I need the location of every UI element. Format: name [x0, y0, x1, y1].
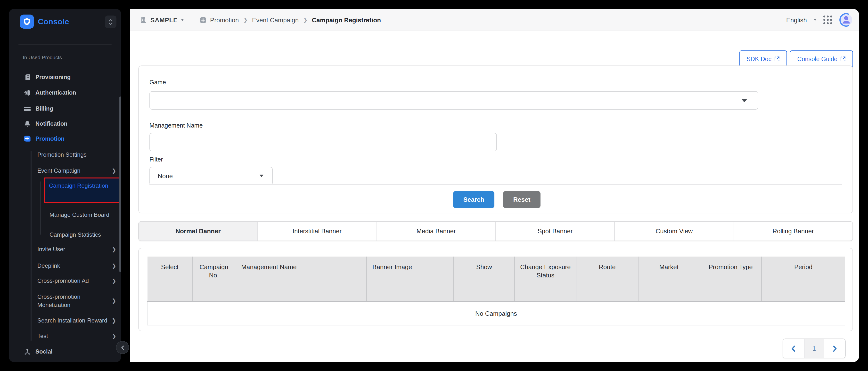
sidebar-item-label: Provisioning — [35, 74, 71, 80]
console-logo-icon — [20, 14, 34, 29]
apps-grid-icon[interactable] — [824, 15, 832, 24]
sidebar-item-authentication[interactable]: Authentication — [24, 87, 76, 98]
filter-select-value: None — [158, 172, 173, 180]
sidebar-item-label: Deeplink — [37, 262, 60, 269]
sidebar-item-label: Authentication — [35, 89, 76, 96]
sidebar-item-label: Manage Custom Board — [50, 210, 110, 220]
sidebar-item-customer-service[interactable]: Customer Service — [24, 361, 85, 362]
sidebar-item-social[interactable]: Social — [24, 346, 53, 358]
breadcrumb-event-campaign[interactable]: Event Campaign — [252, 16, 299, 24]
console-app: Console In Used Products Provisioning — [0, 0, 868, 371]
promotion-badge-icon — [199, 16, 207, 24]
external-link-icon — [774, 56, 780, 62]
chevron-right-icon: ❯ — [112, 168, 117, 174]
sidebar-scrollbar[interactable] — [119, 97, 121, 272]
breadcrumb-promotion[interactable]: Promotion — [210, 16, 239, 24]
management-name-label: Management Name — [149, 122, 203, 129]
sidebar-divider — [19, 44, 112, 45]
banner-tabs: Normal Banner Interstitial Banner Media … — [138, 221, 853, 241]
sidebar-item-manage-custom-board[interactable]: Manage Custom Board — [50, 206, 110, 224]
sidebar-item-search-installation-reward[interactable]: Search Installation-Reward — [37, 315, 117, 326]
tab-spot-banner[interactable]: Spot Banner — [496, 222, 615, 240]
reset-button[interactable]: Reset — [503, 191, 540, 208]
current-page[interactable]: 1 — [804, 339, 824, 358]
sidebar-item-promotion[interactable]: Promotion — [24, 133, 65, 144]
col-promotion-type: Promotion Type — [700, 257, 762, 301]
sidebar-item-label: Test — [37, 333, 48, 339]
sidebar-header: Console — [9, 9, 121, 36]
sidebar-section-label: In Used Products — [23, 54, 62, 60]
language-selector[interactable]: English — [786, 16, 807, 24]
management-name-input[interactable] — [149, 133, 497, 151]
sidebar-item-deeplink[interactable]: Deeplink — [37, 260, 117, 272]
col-select: Select — [147, 257, 193, 301]
chevron-right-icon: ❯ — [112, 278, 117, 284]
col-management-name: Management Name — [235, 257, 366, 301]
tab-interstitial-banner[interactable]: Interstitial Banner — [258, 222, 377, 240]
sidebar-item-cross-promotion-monetization[interactable]: Cross-promotion Monetization — [37, 292, 104, 310]
chevron-down-icon[interactable] — [181, 19, 184, 21]
tab-custom-view[interactable]: Custom View — [615, 222, 734, 240]
search-button[interactable]: Search — [453, 191, 494, 208]
col-show: Show — [454, 257, 515, 301]
sidebar-item-campaign-statistics[interactable]: Campaign Statistics — [50, 229, 110, 240]
sidebar-item-provisioning[interactable]: Provisioning — [24, 71, 71, 83]
sidebar-item-label: Event Campaign — [37, 167, 80, 174]
col-change-exposure-status: Change Exposure Status — [515, 257, 577, 301]
topbar-right: English — [786, 9, 854, 31]
building-icon — [140, 16, 147, 24]
sidebar-item-billing[interactable]: Billing — [24, 103, 53, 114]
sidebar-item-label: Campaign Registration — [49, 181, 110, 191]
breadcrumb-separator: ❯ — [242, 17, 248, 23]
org-selector[interactable]: SAMPLE — [150, 16, 178, 24]
chevron-right-icon: ❯ — [112, 246, 117, 253]
promotion-icon — [24, 135, 31, 142]
social-icon — [24, 348, 31, 355]
sidebar-item-label: Billing — [35, 105, 53, 112]
col-period: Period — [762, 257, 845, 301]
sidebar-item-invite-user[interactable]: Invite User — [37, 243, 117, 255]
pagination: 1 — [783, 338, 846, 359]
breadcrumb-campaign-registration: Campaign Registration — [312, 16, 381, 24]
sidebar-item-label: Campaign Statistics — [50, 231, 101, 238]
console-guide-button[interactable]: Console Guide — [790, 50, 853, 67]
game-label: Game — [149, 79, 166, 86]
chevron-down-icon[interactable] — [814, 19, 816, 21]
chevron-right-icon: ❯ — [112, 263, 117, 269]
sidebar-item-label: Promotion Settings — [37, 151, 87, 158]
table-empty-row: No Campaigns — [147, 301, 845, 325]
sdk-doc-button[interactable]: SDK Doc — [739, 50, 787, 67]
sidebar-item-notification[interactable]: Notification — [24, 118, 67, 130]
col-banner-image: Banner Image — [366, 257, 454, 301]
prev-page-button[interactable] — [783, 339, 804, 358]
sidebar-item-campaign-registration[interactable]: Campaign Registration — [44, 177, 121, 203]
chevron-right-icon: ❯ — [112, 318, 117, 324]
sidebar-item-label: Cross-promotion Ad — [37, 277, 89, 284]
sidebar-item-label: Search Installation-Reward — [37, 317, 107, 324]
sidebar: Console In Used Products Provisioning — [9, 9, 121, 362]
billing-icon — [24, 105, 31, 112]
sidebar-collapse-button[interactable] — [116, 341, 129, 354]
tab-normal-banner[interactable]: Normal Banner — [139, 222, 258, 240]
breadcrumb: SAMPLE Promotion ❯ Event Campaign ❯ Camp… — [140, 9, 381, 31]
sidebar-item-cross-promotion-ad[interactable]: Cross-promotion Ad — [37, 275, 117, 286]
form-divider — [149, 184, 842, 184]
tab-media-banner[interactable]: Media Banner — [377, 222, 496, 240]
tab-rolling-banner[interactable]: Rolling Banner — [734, 222, 852, 240]
col-market: Market — [638, 257, 700, 301]
nav-indent-guide — [31, 151, 32, 341]
game-select[interactable] — [149, 91, 758, 110]
avatar[interactable] — [839, 12, 854, 27]
sidebar-item-promotion-settings[interactable]: Promotion Settings — [37, 149, 117, 161]
main-panel: SAMPLE Promotion ❯ Event Campaign ❯ Camp… — [130, 9, 859, 362]
filter-label: Filter — [149, 156, 163, 163]
sidebar-item-label: Social — [35, 348, 53, 355]
topbar: SAMPLE Promotion ❯ Event Campaign ❯ Camp… — [130, 9, 859, 31]
filter-select[interactable]: None — [149, 167, 273, 185]
sidebar-collapse-toggle[interactable] — [105, 15, 117, 28]
sidebar-item-test[interactable]: Test — [37, 330, 117, 342]
next-page-button[interactable] — [824, 339, 845, 358]
console-logo-text: Console — [38, 18, 69, 26]
sidebar-item-event-campaign[interactable]: Event Campaign — [37, 165, 117, 176]
col-route: Route — [577, 257, 638, 301]
